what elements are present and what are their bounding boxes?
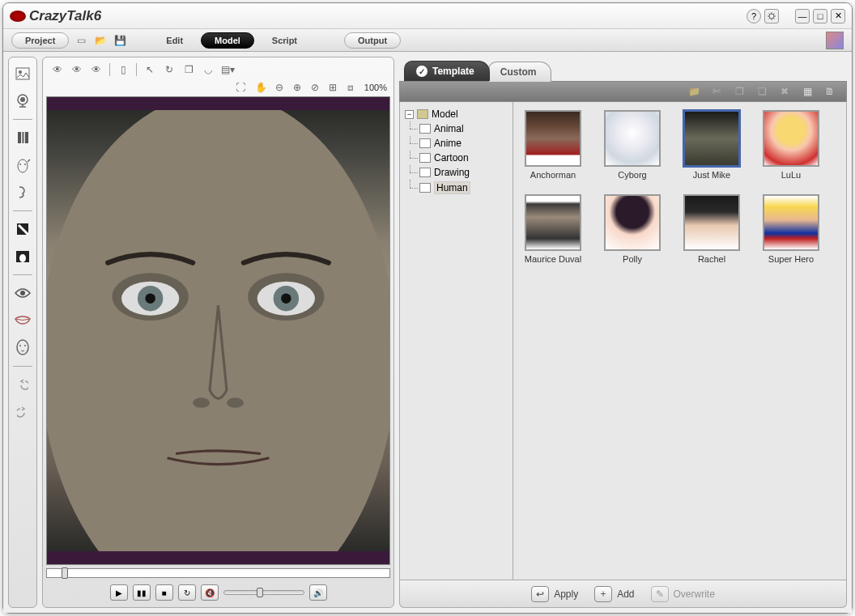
cube-icon[interactable] [826, 32, 844, 49]
folder-icon [417, 109, 428, 119]
zoom-in-icon[interactable]: ⊕ [290, 80, 304, 95]
background-tool[interactable] [11, 245, 34, 268]
tab-custom[interactable]: Custom [488, 62, 552, 82]
no-zoom-icon[interactable]: ⊘ [308, 80, 322, 95]
svg-point-0 [769, 14, 774, 19]
maximize-button[interactable]: □ [813, 9, 827, 23]
lib-view-icon[interactable]: ▦ [799, 84, 815, 99]
eye-closed-icon[interactable]: 👁 [88, 62, 104, 77]
mask-tool[interactable] [11, 218, 34, 240]
tab-script[interactable]: Script [259, 33, 310, 48]
stop-button[interactable]: ■ [155, 584, 173, 601]
svg-point-16 [19, 345, 21, 346]
tree-node-label: Cartoon [434, 152, 469, 164]
settings-button[interactable] [764, 9, 779, 23]
model-label: Anchorman [530, 170, 576, 180]
tree-node-cartoon[interactable]: Cartoon [403, 151, 509, 165]
eye-tool[interactable] [11, 282, 34, 304]
tab-template[interactable]: ✓ Template [404, 61, 490, 81]
model-label: Rachel [698, 254, 725, 264]
overwrite-icon: ✎ [651, 586, 669, 602]
pause-button[interactable]: ▮▮ [133, 584, 151, 601]
rotate-icon[interactable]: ↻ [161, 62, 177, 77]
timeline-slider[interactable] [46, 568, 390, 578]
zoom-level: 100% [364, 83, 387, 92]
close-button[interactable]: ✕ [831, 9, 845, 23]
tree-node-human[interactable]: Human [403, 180, 509, 196]
model-item-anchorman[interactable]: Anchorman [521, 110, 585, 180]
new-icon[interactable]: ▭ [74, 33, 88, 48]
library-panel: ✓ Template Custom 📁 ✄ ❐ ❏ ✖ ▦ 🗎 − [399, 57, 847, 608]
library-grid: AnchormanCyborgJust MikeLuLuMaurice Duva… [513, 102, 846, 580]
mute-button[interactable]: 🔇 [201, 584, 219, 601]
tab-model[interactable]: Model [201, 32, 254, 49]
save-icon[interactable]: 💾 [113, 33, 127, 48]
play-button[interactable]: ▶ [110, 584, 128, 601]
apply-icon: ↩ [531, 586, 549, 602]
tree-node-label: Anime [434, 138, 462, 149]
model-item-lulu[interactable]: LuLu [759, 110, 823, 180]
model-item-polly[interactable]: Polly [601, 194, 664, 264]
playback-bar: ▶ ▮▮ ■ ↻ 🔇 🔊 [46, 581, 390, 604]
import-image-tool[interactable] [11, 62, 34, 85]
marquee-zoom-icon[interactable]: ⧈ [343, 80, 358, 95]
fitting-tool[interactable] [11, 154, 34, 176]
undo-tool[interactable] [11, 373, 34, 396]
model-item-just-mike[interactable]: Just Mike [680, 110, 743, 180]
volume-icon[interactable]: 🔊 [309, 584, 327, 601]
copy-icon[interactable]: ❐ [181, 62, 197, 77]
zoom-out-icon[interactable]: ⊖ [272, 80, 287, 95]
lips-small-icon[interactable]: ◡ [200, 62, 216, 77]
workspace: 👁 👁 👁 ▯ ↖ ↻ ❐ ◡ ▤▾ ⛶ ✋ ⊖ ⊕ ⊘ ⊞ ⧈ [3, 52, 852, 613]
svg-point-10 [24, 164, 26, 165]
clipboard-icon[interactable]: ▯ [115, 62, 131, 77]
tab-project[interactable]: Project [11, 32, 69, 49]
tree-root-model[interactable]: − Model [403, 107, 509, 121]
crop-tool[interactable] [11, 126, 34, 149]
lib-paste-icon: ❏ [754, 84, 770, 99]
library-tree: − Model AnimalAnimeCartoonDrawingHuman [400, 102, 513, 580]
timeline-thumb[interactable] [62, 567, 68, 579]
redo-tool[interactable] [11, 401, 34, 423]
tab-edit[interactable]: Edit [153, 33, 196, 48]
model-label: Just Mike [693, 170, 730, 180]
loop-button[interactable]: ↻ [178, 584, 196, 601]
tree-node-animal[interactable]: Animal [403, 121, 509, 136]
tree-node-drawing[interactable]: Drawing [403, 165, 509, 180]
overwrite-label: Overwrite [674, 588, 715, 600]
fit-icon[interactable]: ⛶ [233, 80, 248, 95]
model-item-rachel[interactable]: Rachel [680, 194, 743, 264]
help-button[interactable]: ? [747, 9, 761, 23]
apply-button[interactable]: ↩ Apply [531, 586, 578, 602]
volume-thumb[interactable] [257, 588, 263, 597]
menubar: Project ▭ 📂 💾 Edit Model Script Output [3, 29, 852, 52]
collapse-icon[interactable]: − [405, 110, 414, 119]
mouth-tool[interactable] [11, 309, 34, 332]
tab-output[interactable]: Output [344, 32, 401, 49]
layers-icon[interactable]: ▤▾ [219, 62, 236, 77]
pan-icon[interactable]: ✋ [254, 80, 269, 95]
actual-size-icon[interactable]: ⊞ [325, 80, 340, 95]
titlebar: CrazyTalk6 ? — □ ✕ [3, 3, 852, 29]
volume-slider[interactable] [223, 590, 304, 595]
pointer-icon[interactable]: ↖ [142, 62, 158, 77]
model-label: LuLu [781, 170, 801, 180]
open-icon[interactable]: 📂 [93, 33, 108, 48]
viewport-top-band [47, 97, 389, 110]
model-item-cyborg[interactable]: Cyborg [601, 110, 664, 180]
viewport[interactable] [46, 96, 390, 565]
add-button[interactable]: ＋ Add [594, 586, 634, 602]
profile-tool[interactable] [11, 181, 34, 204]
lips-icon [10, 11, 26, 22]
viewer-top-toolbar: 👁 👁 👁 ▯ ↖ ↻ ❐ ◡ ▤▾ [46, 61, 390, 79]
eye-half-icon[interactable]: 👁 [69, 62, 85, 77]
lib-info-icon[interactable]: 🗎 [822, 84, 838, 99]
minimize-button[interactable]: — [795, 9, 810, 23]
model-item-super-hero[interactable]: Super Hero [759, 194, 823, 264]
head-tool[interactable] [11, 337, 34, 359]
svg-point-13 [19, 254, 26, 262]
model-item-maurice-duval[interactable]: Maurice Duval [521, 194, 585, 264]
eye-open-icon[interactable]: 👁 [49, 62, 66, 77]
tree-node-anime[interactable]: Anime [403, 136, 509, 151]
webcam-tool[interactable] [11, 90, 34, 113]
